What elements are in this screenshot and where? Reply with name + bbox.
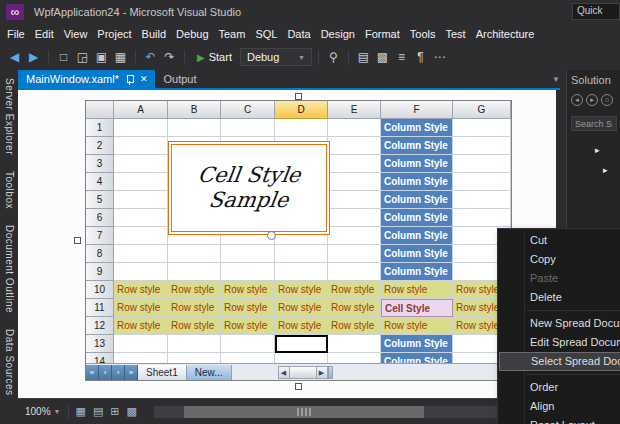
context-menu-item-new-spread-document[interactable]: New Spread Document [499,314,620,333]
cell-B14[interactable] [168,353,221,363]
cell-G4[interactable] [453,173,511,191]
cell-F6[interactable]: Column Style [381,209,453,227]
find-icon[interactable]: ⚲ [325,50,342,64]
cell-F7[interactable]: Column Style [381,227,453,245]
row-header-14[interactable]: 14 [86,353,114,363]
row-header-12[interactable]: 12 [86,317,114,335]
cell-D11[interactable]: Row style [275,299,328,317]
context-menu-item-select-spread-document[interactable]: Select Spread Document [499,352,620,371]
cell-F13[interactable]: Column Style [381,335,453,353]
rail-tab-toolbox[interactable]: Toolbox [4,171,15,209]
snap-to-grid-icon[interactable]: ▤ [93,405,103,418]
save-all-icon[interactable]: ▦ [112,50,129,64]
cell-G1[interactable] [453,119,511,137]
cell-A10[interactable]: Row style [114,281,168,299]
toolbar-extra-icon[interactable]: ▩ [374,50,391,64]
cell-F8[interactable]: Column Style [381,245,453,263]
cell-E3[interactable] [328,155,381,173]
next-sheet-icon[interactable]: › [112,365,125,380]
cell-D9[interactable] [275,263,328,281]
menu-architecture[interactable]: Architecture [471,25,540,43]
last-sheet-icon[interactable]: » [125,365,138,380]
quick-launch-input[interactable]: Quick [572,3,620,20]
cell-C11[interactable]: Row style [221,299,275,317]
cell-A4[interactable] [114,173,168,191]
cell-G2[interactable] [453,137,511,155]
row-header-2[interactable]: 2 [86,137,114,155]
rail-tab-server-explorer[interactable]: Server Explorer [4,78,15,155]
cell-A2[interactable] [114,137,168,155]
selection-handle-top[interactable] [295,93,302,100]
cell-G5[interactable] [453,191,511,209]
cell-E12[interactable]: Row style [328,317,381,335]
sheet-tab-new[interactable]: New... [187,365,232,380]
start-debug-button[interactable]: ▶ Start [191,49,238,65]
menu-view[interactable]: View [59,25,93,43]
menu-tools[interactable]: Tools [405,25,441,43]
cell-E10[interactable]: Row style [328,281,381,299]
context-menu-item-copy[interactable]: Copy [499,250,620,269]
row-header-5[interactable]: 5 [86,191,114,209]
column-header-F[interactable]: F [381,101,453,119]
designer-horizontal-scrollbar[interactable] [154,406,549,418]
save-icon[interactable]: ▣ [93,50,110,64]
spread-corner[interactable] [86,101,114,119]
context-menu-item-paste[interactable]: Paste [499,269,620,288]
cell-F10[interactable]: Row style [381,281,453,299]
snaplines-icon[interactable]: ⊞ [110,405,119,418]
new-file-icon[interactable]: □ [55,50,72,64]
cell-E5[interactable] [328,191,381,209]
cell-F5[interactable]: Column Style [381,191,453,209]
cell-B10[interactable]: Row style [168,281,221,299]
cell-E4[interactable] [328,173,381,191]
cell-E6[interactable] [328,209,381,227]
tab-mainwindow-xaml[interactable]: MainWindow.xaml* ✕ [18,70,155,88]
zoom-level-dropdown[interactable]: 100% ▼ [25,406,61,417]
scroll-thumb[interactable] [290,366,316,379]
spread-control[interactable]: ABCDEFG1Column Style2Column Style3Column… [85,100,512,381]
cell-A7[interactable] [114,227,168,245]
cell-B9[interactable] [168,263,221,281]
cell-E2[interactable] [328,137,381,155]
row-header-1[interactable]: 1 [86,119,114,137]
tree-item[interactable]: ▸ [571,165,616,185]
sheet-tab-sheet1[interactable]: Sheet1 [138,365,187,380]
toolbar-extra-icon[interactable]: ¶ [412,50,429,64]
menu-project[interactable]: Project [92,25,136,43]
cell-C8[interactable] [221,245,275,263]
menu-file[interactable]: File [2,25,30,43]
cell-C13[interactable] [221,335,275,353]
cell-D12[interactable]: Row style [275,317,328,335]
cell-C1[interactable] [221,119,275,137]
row-header-9[interactable]: 9 [86,263,114,281]
forward-icon[interactable]: ▸ [586,94,598,106]
cell-F2[interactable]: Column Style [381,137,453,155]
context-menu-item-edit-spread-document[interactable]: Edit Spread Document... [499,333,620,352]
cell-D14[interactable] [275,353,328,363]
toolbar-extra-icon[interactable]: ▤ [355,50,372,64]
scroll-left-icon[interactable]: ◀ [278,366,290,379]
selection-handle-left[interactable] [74,237,81,244]
cell-C10[interactable]: Row style [221,281,275,299]
scrollbar-thumb[interactable] [184,406,424,418]
context-menu-item-cut[interactable]: Cut [499,231,620,250]
search-solution-input[interactable] [571,116,617,131]
cell-A5[interactable] [114,191,168,209]
cell-B12[interactable]: Row style [168,317,221,335]
menu-data[interactable]: Data [282,25,315,43]
column-header-E[interactable]: E [328,101,381,119]
row-header-10[interactable]: 10 [86,281,114,299]
column-header-C[interactable]: C [221,101,275,119]
cell-A12[interactable]: Row style [114,317,168,335]
cell-G6[interactable] [453,209,511,227]
cell-E14[interactable] [328,353,381,363]
column-header-D[interactable]: D [275,101,328,119]
cell-F1[interactable]: Column Style [381,119,453,137]
row-header-3[interactable]: 3 [86,155,114,173]
cell-B1[interactable] [168,119,221,137]
cell-D1[interactable] [275,119,328,137]
cell-D13[interactable] [275,335,328,353]
cell-E8[interactable] [328,245,381,263]
menu-team[interactable]: Team [214,25,251,43]
show-grid-icon[interactable]: ▦ [76,405,86,418]
